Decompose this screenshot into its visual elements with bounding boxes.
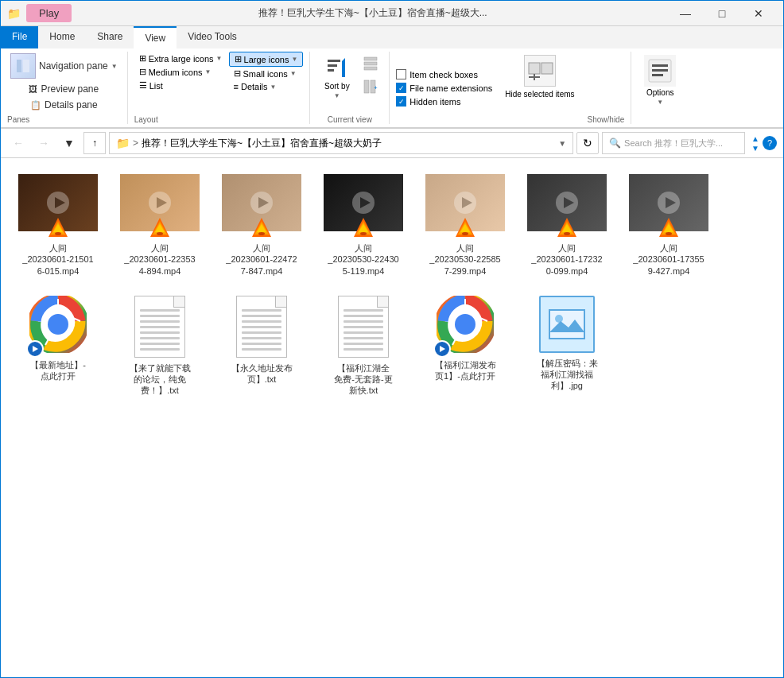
group-by-button[interactable] <box>359 52 382 74</box>
chrome-icon <box>29 296 87 353</box>
file-label: 人间 _20230601-22353 4-894.mp4 <box>124 242 195 277</box>
details-pane-button[interactable]: 📋 Details pane <box>27 98 101 112</box>
file-item[interactable]: 【永久地址发布 页】.txt <box>214 289 309 403</box>
svg-point-26 <box>55 232 61 235</box>
address-path[interactable]: 📁 > 推荐！巨乳大学生下海~【小土豆】宿舍直播~超级大奶子 ▼ <box>109 132 573 154</box>
details-button[interactable]: ≡ Details ▼ <box>229 80 304 93</box>
hidden-items-toggle[interactable]: ✓ Hidden items <box>396 95 492 108</box>
file-item[interactable]: 人间 _20230601-22353 4-894.mp4 <box>112 168 208 283</box>
file-label: 人间 _20230601-22472 7-847.mp4 <box>226 242 297 277</box>
recent-locations-button[interactable]: ▼ <box>58 132 80 154</box>
ribbon-group-layout: ⊞ Extra large icons ▼ ⊟ Medium icons ▼ ☰… <box>128 52 311 124</box>
file-item[interactable]: 人间 _20230601-17232 0-099.mp4 <box>519 168 615 283</box>
play-tab-title[interactable]: Play <box>26 4 72 22</box>
file-item[interactable]: 人间 _20230601-17355 9-427.mp4 <box>621 168 716 283</box>
layout-label: Layout <box>134 112 158 124</box>
text-file-icon <box>236 296 287 358</box>
options-button[interactable]: Options ▼ <box>638 52 682 109</box>
navigation-pane-dropdown[interactable]: ▼ <box>111 63 118 70</box>
svg-rect-17 <box>652 64 668 67</box>
file-item[interactable]: 人间 _20230530-22430 5-119.mp4 <box>316 168 411 283</box>
file-label: 【解压密码：来 福利江湖找福 利】.jpg <box>537 358 598 392</box>
image-file-icon <box>539 296 595 353</box>
svg-rect-0 <box>17 60 21 72</box>
group-by-icon <box>363 55 378 71</box>
svg-point-33 <box>157 232 163 235</box>
ribbon-group-options: Options ▼ <box>631 52 689 124</box>
navigation-pane-button[interactable]: Navigation pane ▼ <box>7 52 121 80</box>
preview-pane-label: Preview pane <box>41 83 99 95</box>
panes-label: Panes <box>7 112 29 124</box>
nav-up-arrow[interactable]: ▲ <box>751 134 759 143</box>
details-pane-icon: 📋 <box>30 100 41 110</box>
minimize-button[interactable]: — <box>667 1 704 26</box>
options-icon <box>644 55 676 87</box>
file-name-extensions-toggle[interactable]: ✓ File name extensions <box>396 81 492 95</box>
file-item[interactable]: 【解压密码：来 福利江湖找福 利】.jpg <box>519 289 615 403</box>
file-label: 人间 _20230601-17232 0-099.mp4 <box>531 242 602 277</box>
help-nav-buttons: ▲ ▼ <box>751 134 759 153</box>
file-label: 人间 _20230601-21501 6-015.mp4 <box>22 242 93 277</box>
path-dropdown-arrow[interactable]: ▼ <box>558 139 566 148</box>
tab-share[interactable]: Share <box>86 26 134 48</box>
medium-icons-label: Medium icons <box>149 68 203 77</box>
file-item[interactable]: 【福利江湖全 免费-无套路-更 新快.txt <box>316 289 411 403</box>
svg-rect-13 <box>541 63 553 74</box>
svg-marker-76 <box>33 346 38 352</box>
file-item[interactable]: 【最新地址】- 点此打开 <box>10 289 106 403</box>
small-icons-label: Small icons <box>243 69 288 79</box>
video-thumbnail <box>120 174 200 239</box>
help-button[interactable]: ? <box>763 136 777 150</box>
list-button[interactable]: ☰ List <box>134 79 227 92</box>
app-icon: 📁 <box>7 7 20 20</box>
nav-down-arrow[interactable]: ▼ <box>751 144 759 153</box>
sort-by-button[interactable]: Sort by ▼ <box>318 52 356 103</box>
details-icon: ≡ <box>234 82 239 91</box>
file-label: 【永久地址发布 页】.txt <box>231 362 293 385</box>
tab-file[interactable]: File <box>1 26 38 48</box>
close-button[interactable]: ✕ <box>740 1 777 26</box>
add-columns-button[interactable]: + <box>359 76 382 98</box>
tab-video-tools[interactable]: Video Tools <box>177 26 248 48</box>
hide-selected-button[interactable]: Hide selected items <box>499 52 580 124</box>
large-icons-button[interactable]: ⊞ Large icons ▼ <box>229 52 304 67</box>
file-label: 【福利江湖全 免费-无套路-更 新快.txt <box>334 362 392 397</box>
file-item[interactable]: 人间 _20230601-21501 6-015.mp4 <box>10 168 106 283</box>
svg-rect-2 <box>328 60 340 62</box>
file-name-extensions-label: File name extensions <box>409 83 492 93</box>
search-box[interactable]: 🔍 Search 推荐！巨乳大学... <box>602 132 745 154</box>
svg-point-40 <box>258 232 265 235</box>
folder-icon: 📁 <box>116 137 130 149</box>
svg-point-47 <box>360 232 367 235</box>
navigation-pane-label: Navigation pane <box>39 60 108 72</box>
back-button[interactable]: ← <box>7 132 29 154</box>
svg-rect-7 <box>364 62 377 65</box>
main-content: 人间 _20230601-21501 6-015.mp4 <box>1 158 783 678</box>
small-icons-button[interactable]: ⊟ Small icons ▼ <box>229 67 304 80</box>
file-item[interactable]: 【福利江湖发布 页1】-点此打开 <box>417 289 513 403</box>
tab-view[interactable]: View <box>134 26 177 48</box>
chrome-icon <box>437 296 494 353</box>
up-button[interactable]: ↑ <box>83 132 106 154</box>
refresh-button[interactable]: ↻ <box>576 132 599 154</box>
file-item[interactable]: 【来了就能下载 的论坛，纯免 费！】.txt <box>112 289 208 403</box>
forward-button[interactable]: → <box>33 132 55 154</box>
medium-icons-button[interactable]: ⊟ Medium icons ▼ <box>134 65 227 79</box>
file-item[interactable]: 人间 _20230530-22585 7-299.mp4 <box>417 168 513 283</box>
tab-home[interactable]: Home <box>38 26 86 48</box>
item-check-boxes-checkbox[interactable] <box>396 69 406 79</box>
preview-pane-button[interactable]: 🖼 Preview pane <box>25 82 102 96</box>
file-name-extensions-checkbox[interactable]: ✓ <box>396 83 406 93</box>
current-view-label: Current view <box>328 112 372 124</box>
file-item[interactable]: 人间 _20230601-22472 7-847.mp4 <box>214 168 309 283</box>
hidden-items-label: Hidden items <box>409 97 460 107</box>
maximize-button[interactable]: □ <box>704 1 740 26</box>
path-text: 推荐！巨乳大学生下海~【小土豆】宿舍直播~超级大奶子 <box>142 137 382 150</box>
extra-large-icons-button[interactable]: ⊞ Extra large icons ▼ <box>134 52 227 65</box>
svg-marker-84 <box>440 346 445 352</box>
search-icon: 🔍 <box>609 138 621 149</box>
preview-pane-icon: 🖼 <box>29 84 37 94</box>
hidden-items-checkbox[interactable]: ✓ <box>396 96 406 107</box>
item-check-boxes-toggle[interactable]: Item check boxes <box>396 68 492 81</box>
large-icons-icon: ⊞ <box>235 54 242 64</box>
